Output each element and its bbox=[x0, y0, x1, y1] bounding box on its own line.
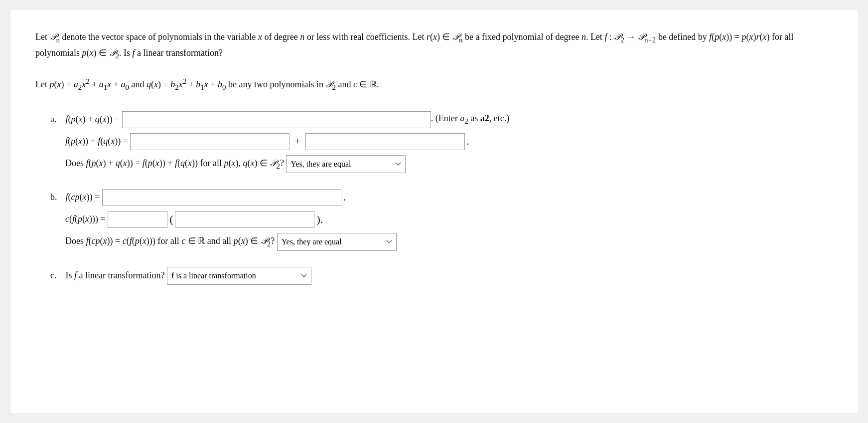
part-b-paren-close: ). bbox=[316, 213, 323, 226]
part-b-input3[interactable] bbox=[175, 211, 314, 228]
part-a-row2-prefix: f(p(x)) + f(q(x)) = bbox=[65, 136, 130, 147]
part-c-row1-prefix: Is f a linear transformation? bbox=[63, 270, 167, 281]
part-a-row3: Does f(p(x) + q(x)) = f(p(x)) + f(q(x)) … bbox=[50, 155, 833, 173]
part-c: c. Is f a linear transformation? f is a … bbox=[50, 267, 833, 285]
part-a-row2: f(p(x)) + f(q(x)) = + . bbox=[50, 133, 833, 150]
part-b-input2[interactable] bbox=[108, 211, 167, 228]
part-c-select[interactable]: f is a linear transformation f is not a … bbox=[167, 267, 311, 285]
part-b-dot1: . bbox=[343, 192, 346, 203]
part-a-input1[interactable] bbox=[122, 111, 431, 128]
page: Let 𝒫n denote the vector space of polyno… bbox=[10, 10, 858, 413]
part-a-plus: + bbox=[294, 136, 300, 147]
part-b-row3: Does f(cp(x)) = c(f(p(x))) for all c ∈ ℝ… bbox=[50, 233, 833, 251]
part-a-row1-prefix: f(p(x) + q(x)) = bbox=[63, 114, 122, 125]
problem-intro: Let 𝒫n denote the vector space of polyno… bbox=[35, 30, 833, 61]
part-a: a. f(p(x) + q(x)) = . (Enter a2 as a2, e… bbox=[50, 111, 833, 173]
part-b-input1[interactable] bbox=[102, 189, 341, 206]
part-a-select[interactable]: Yes, they are equal No, they are not equ… bbox=[286, 155, 406, 173]
part-c-label: c. bbox=[50, 270, 60, 281]
part-b: b. f(cp(x)) = . c(f(p(x))) = ( ). Does f… bbox=[50, 189, 833, 251]
part-b-row1-prefix: f(cp(x)) = bbox=[63, 192, 102, 203]
parts-container: a. f(p(x) + q(x)) = . (Enter a2 as a2, e… bbox=[35, 111, 833, 285]
part-b-paren-open: ( bbox=[169, 213, 173, 226]
part-a-input2[interactable] bbox=[130, 133, 289, 150]
part-a-row3-prefix: Does f(p(x) + q(x)) = f(p(x)) + f(q(x)) … bbox=[65, 158, 286, 171]
part-c-row1: c. Is f a linear transformation? f is a … bbox=[50, 267, 833, 285]
part-b-row2: c(f(p(x))) = ( ). bbox=[50, 211, 833, 228]
given-line: Let p(x) = a2x2 + a1x + a0 and q(x) = b2… bbox=[35, 75, 833, 93]
part-a-dot: . bbox=[467, 136, 469, 147]
part-b-row1: b. f(cp(x)) = . bbox=[50, 189, 833, 206]
part-a-row1: a. f(p(x) + q(x)) = . (Enter a2 as a2, e… bbox=[50, 111, 833, 128]
part-b-select[interactable]: Yes, they are equal No, they are not equ… bbox=[277, 233, 397, 251]
part-a-input3[interactable] bbox=[305, 133, 465, 150]
part-a-row1-suffix: . (Enter a2 as a2, etc.) bbox=[431, 113, 509, 126]
part-b-row2-prefix: c(f(p(x))) = bbox=[65, 214, 108, 224]
part-a-label: a. bbox=[50, 114, 60, 125]
part-b-label: b. bbox=[50, 192, 60, 203]
part-b-row3-prefix: Does f(cp(x)) = c(f(p(x))) for all c ∈ ℝ… bbox=[65, 235, 277, 248]
